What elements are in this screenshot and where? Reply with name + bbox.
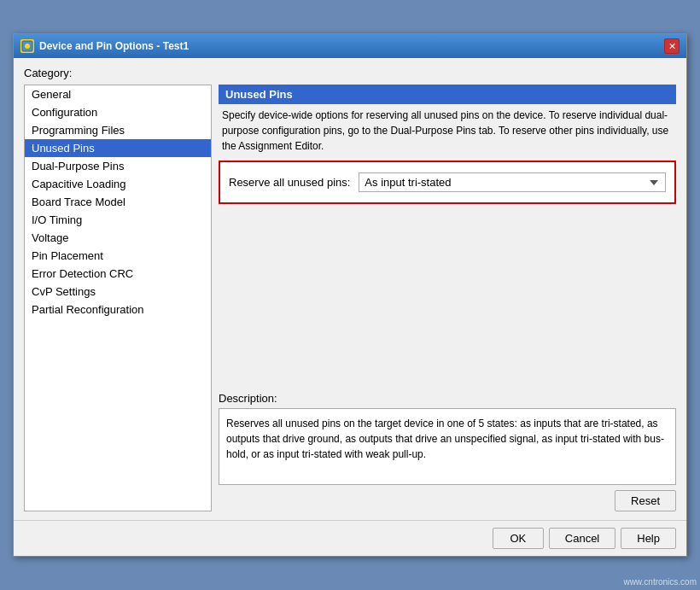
category-item[interactable]: Capacitive Loading	[25, 175, 211, 193]
title-bar-left: Device and Pin Options - Test1	[20, 39, 189, 53]
close-button[interactable]: ✕	[664, 38, 680, 54]
reset-row: Reset	[219, 490, 676, 511]
bottom-bar: OK Cancel Help	[14, 520, 686, 556]
svg-point-1	[25, 44, 30, 49]
description-box: Reserves all unused pins on the target d…	[219, 408, 676, 485]
config-box: Reserve all unused pins: As input tri-st…	[219, 161, 676, 204]
right-panel: Unused Pins Specify device-wide options …	[219, 85, 676, 511]
description-section: Description: Reserves all unused pins on…	[219, 392, 676, 511]
category-item[interactable]: Voltage	[25, 229, 211, 247]
category-item[interactable]: Partial Reconfiguration	[25, 301, 211, 318]
category-item[interactable]: Dual-Purpose Pins	[25, 157, 211, 175]
window-body: Category: GeneralConfigurationProgrammin…	[14, 58, 686, 520]
title-bar: Device and Pin Options - Test1 ✕	[14, 34, 686, 58]
window-title: Device and Pin Options - Test1	[39, 40, 189, 52]
window-icon	[20, 39, 34, 53]
category-item[interactable]: Configuration	[25, 103, 211, 121]
reset-button[interactable]: Reset	[615, 490, 676, 511]
section-description: Specify device-wide options for reservin…	[219, 104, 676, 161]
category-item[interactable]: General	[25, 85, 211, 103]
title-controls: ✕	[664, 38, 680, 54]
cancel-button[interactable]: Cancel	[549, 528, 615, 549]
category-item[interactable]: Board Trace Model	[25, 193, 211, 211]
category-item[interactable]: Error Detection CRC	[25, 265, 211, 283]
category-list: GeneralConfigurationProgramming FilesUnu…	[24, 85, 212, 511]
main-window: Device and Pin Options - Test1 ✕ Categor…	[13, 33, 687, 557]
spacer	[219, 213, 676, 380]
section-header: Unused Pins	[219, 85, 676, 104]
help-button[interactable]: Help	[621, 528, 676, 549]
category-item[interactable]: CvP Settings	[25, 283, 211, 301]
category-item[interactable]: I/O Timing	[25, 211, 211, 229]
category-item[interactable]: Unused Pins	[25, 139, 211, 157]
main-area: GeneralConfigurationProgramming FilesUnu…	[24, 85, 676, 511]
description-label: Description:	[219, 392, 676, 405]
reserve-label: Reserve all unused pins:	[229, 176, 350, 189]
ok-button[interactable]: OK	[493, 528, 544, 549]
reserve-select[interactable]: As input tri-statedAs output driving gro…	[359, 172, 666, 192]
category-item[interactable]: Pin Placement	[25, 247, 211, 265]
watermark: www.cntronics.com	[623, 577, 697, 587]
category-label: Category:	[24, 67, 676, 79]
category-item[interactable]: Programming Files	[25, 121, 211, 139]
